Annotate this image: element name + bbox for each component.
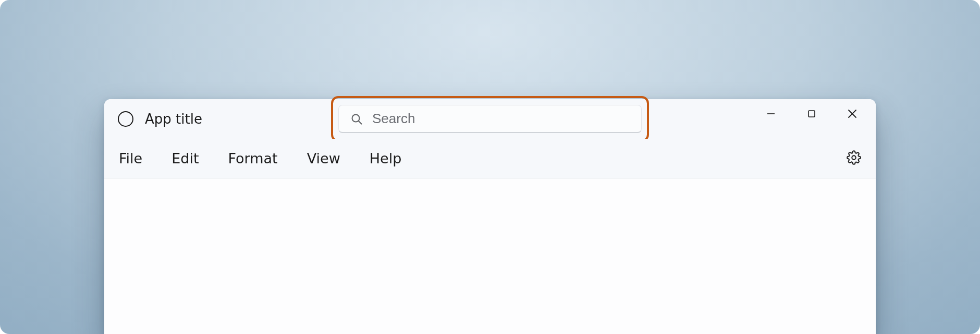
menu-help[interactable]: Help: [370, 150, 402, 166]
menu-edit[interactable]: Edit: [172, 150, 199, 166]
menu-view[interactable]: View: [307, 150, 340, 166]
desktop-wallpaper: App title: [0, 0, 980, 334]
svg-line-1: [359, 121, 362, 124]
menu-format[interactable]: Format: [228, 150, 277, 166]
close-button[interactable]: [832, 99, 873, 128]
svg-point-6: [852, 156, 855, 159]
search-box[interactable]: [338, 105, 642, 133]
minimize-button[interactable]: [751, 99, 791, 128]
app-window: App title: [104, 99, 876, 334]
maximize-button[interactable]: [791, 99, 832, 128]
gear-icon: [847, 150, 861, 167]
app-icon: [118, 111, 133, 127]
app-identity: App title: [118, 111, 202, 127]
menubar: File Edit Format View Help: [104, 139, 876, 178]
settings-button[interactable]: [843, 148, 864, 169]
caption-buttons: [751, 99, 873, 132]
svg-rect-3: [808, 111, 815, 117]
app-title: App title: [145, 111, 202, 127]
titlebar-search-container: [338, 105, 642, 133]
titlebar[interactable]: App title: [104, 99, 876, 139]
menu-file[interactable]: File: [119, 150, 142, 166]
search-icon: [350, 113, 363, 125]
search-input[interactable]: [372, 111, 630, 127]
content-area: [104, 178, 876, 334]
